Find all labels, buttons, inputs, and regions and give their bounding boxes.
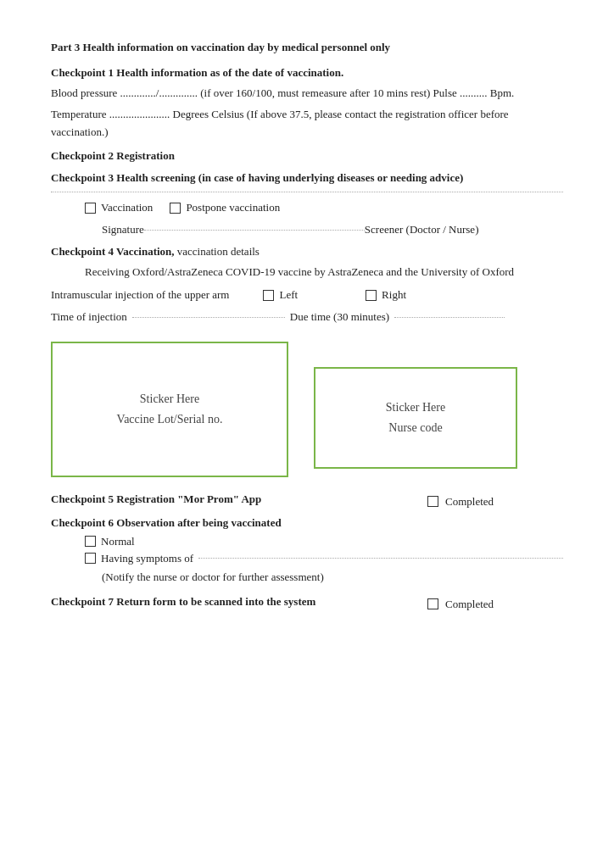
signature-label: Signature [102,223,144,236]
checkpoint5-title: Checkpoint 5 Registration "Mor Prom" App [51,492,261,506]
left-label: Left [279,288,298,302]
checkpoint3-title: Checkpoint 3 Health screening (in case o… [51,171,563,185]
vaccination-label: Vaccination [101,201,153,214]
signature-row: Signature Screener (Doctor / Nurse) [102,223,563,236]
notify-label: (Notify the nurse or doctor for further … [102,569,563,587]
checkpoint4-title-row: Checkpoint 4 Vaccination, vaccination de… [51,245,563,259]
injection-row: Intramuscular injection of the upper arm… [51,288,563,302]
checkpoint1-temp-label: Temperature ...................... [51,108,170,120]
due-time-label: Due time (30 minutes) [290,309,389,326]
normal-label: Normal [101,535,135,548]
sticker-box-nurse: Sticker Here Nurse code [314,367,517,469]
right-checkbox[interactable] [366,290,377,301]
screener-label: Screener (Doctor / Nurse) [365,223,479,236]
time-input-dots[interactable] [132,317,285,318]
vaccination-options-row: Vaccination Postpone vaccination [85,201,563,214]
normal-checkbox-item[interactable]: Normal [85,535,563,548]
dotted-divider-1 [51,192,563,192]
checkpoint7-completed-group: Completed [427,598,563,611]
sticker-right-line1: Sticker Here [386,401,445,415]
postpone-checkbox[interactable] [170,203,181,214]
sticker-section: Sticker Here Vaccine Lot/Serial no. Stic… [51,342,563,477]
left-checkbox[interactable] [263,290,274,301]
postpone-label: Postpone vaccination [186,201,280,214]
sticker-left-line1: Sticker Here [140,392,199,406]
checkpoint1-bp-note: (if over 160/100, must remeasure after 1… [200,86,487,99]
checkpoint1-bp-unit: Bpm. [490,86,515,99]
sticker-left-line2: Vaccine Lot/Serial no. [117,413,223,426]
postpone-checkbox-item[interactable]: Postpone vaccination [170,201,280,214]
checkpoint6-block: Checkpoint 6 Observation after being vac… [51,516,563,587]
symptoms-row: Having symptoms of [85,552,563,565]
checkpoint4-receiving: Receiving Oxford/AstraZeneca COVID-19 va… [85,264,563,281]
injection-label: Intramuscular injection of the upper arm [51,288,229,302]
checkpoint1-title: Checkpoint 1 Health information as of th… [51,66,563,80]
part3-title: Part 3 Health information on vaccination… [51,41,563,54]
checkpoint5-checkbox[interactable] [427,496,438,507]
checkpoint5-row: Checkpoint 5 Registration "Mor Prom" App… [51,492,563,511]
checkpoint1-bp-label: Blood pressure ............./...........… [51,86,198,99]
symptoms-checkbox[interactable] [85,553,96,564]
checkpoint4-subtitle: vaccination details [177,245,260,258]
checkpoint6-title: Checkpoint 6 Observation after being vac… [51,516,563,530]
due-time-input-dots[interactable] [394,317,505,318]
checkpoint7-checkbox[interactable] [427,598,438,609]
checkpoint5-completed-label: Completed [445,495,494,509]
checkpoint5-completed-group: Completed [427,495,563,509]
time-label: Time of injection [51,309,127,326]
checkpoint7-title: Checkpoint 7 Return form to be scanned i… [51,595,315,609]
time-row: Time of injection Due time (30 minutes) [51,309,563,326]
checkpoint7-completed-label: Completed [445,598,494,611]
having-symptoms-label: Having symptoms of [101,552,193,565]
checkpoint1-bp-line: Blood pressure ............./...........… [51,85,563,103]
vaccination-checkbox[interactable] [85,203,96,214]
left-checkbox-item[interactable]: Left [263,288,298,302]
signature-dots[interactable] [144,230,365,231]
sticker-right-line2: Nurse code [388,421,442,435]
right-label: Right [382,288,406,302]
checkpoint2-title: Checkpoint 2 Registration [51,149,563,163]
checkpoint4-title: Checkpoint 4 Vaccination, [51,245,175,258]
sticker-box-vaccine: Sticker Here Vaccine Lot/Serial no. [51,342,288,477]
checkpoint1-temp-line: Temperature ...................... Degre… [51,106,563,142]
symptoms-input-dots[interactable] [198,558,563,559]
vaccination-checkbox-item[interactable]: Vaccination [85,201,153,214]
normal-checkbox[interactable] [85,536,96,547]
right-checkbox-item[interactable]: Right [366,288,406,302]
checkpoint7-row: Checkpoint 7 Return form to be scanned i… [51,595,563,614]
